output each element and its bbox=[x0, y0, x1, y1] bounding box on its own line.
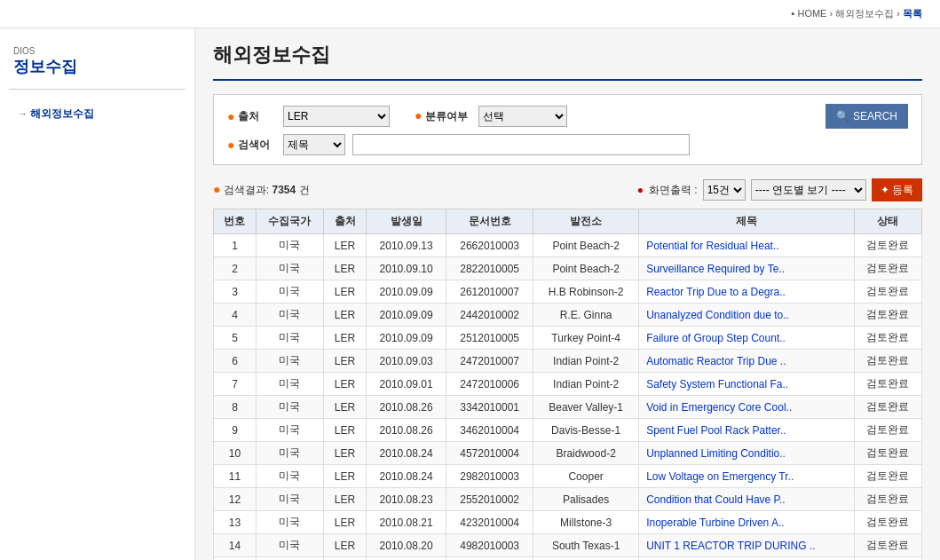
title-link[interactable]: Automatic Reactor Trip Due .. bbox=[646, 355, 786, 367]
cell-status: 검토완료 bbox=[854, 534, 921, 557]
cell-title[interactable]: Safety System Functional Fa.. bbox=[639, 373, 855, 396]
cell-source: LER bbox=[324, 234, 367, 257]
cell-title[interactable]: Spent Fuel Pool Rack Patter.. bbox=[639, 419, 855, 442]
search-row-source: ● 출처 LER ● 분류여부 선택 🔍 SEARCH bbox=[227, 104, 908, 129]
cell-no: 14 bbox=[214, 534, 257, 557]
cell-source: LER bbox=[324, 511, 367, 534]
cell-plant: Point Beach-2 bbox=[533, 234, 639, 257]
cell-country: 미국 bbox=[256, 465, 323, 488]
cell-title[interactable]: Low Voltage on Emergency Tr.. bbox=[639, 465, 855, 488]
cell-docno: 2822010005 bbox=[446, 257, 533, 280]
count-value: 7354 bbox=[273, 184, 296, 196]
cell-date: 2010.09.09 bbox=[366, 304, 446, 327]
cell-docno: 2982010003 bbox=[446, 465, 533, 488]
cell-no: 7 bbox=[214, 373, 257, 396]
cell-source: LER bbox=[324, 396, 367, 419]
title-link[interactable]: Low Voltage on Emergency Tr.. bbox=[646, 470, 794, 483]
cell-plant: R.E. Ginna bbox=[533, 304, 639, 327]
page-title: 해외정보수집 bbox=[213, 42, 922, 81]
class-label: ● 분류여부 bbox=[415, 108, 471, 124]
keyword-input[interactable] bbox=[352, 134, 690, 155]
title-link[interactable]: Inoperable Turbine Driven A.. bbox=[646, 517, 784, 529]
main-content: 해외정보수집 ● 출처 LER ● 분류여부 선택 🔍 bbox=[195, 28, 940, 560]
search-button[interactable]: 🔍 SEARCH bbox=[825, 104, 908, 129]
overseas-link[interactable]: 해외정보수집 bbox=[30, 107, 94, 120]
title-link[interactable]: Condition that Could Have P.. bbox=[646, 493, 786, 506]
table-row: 14 미국 LER 2010.08.20 4982010003 South Te… bbox=[214, 534, 922, 557]
title-link[interactable]: UNIT 1 REACTOR TRIP DURING .. bbox=[646, 540, 815, 552]
cell-no: 3 bbox=[214, 280, 257, 304]
title-link[interactable]: Spent Fuel Pool Rack Patter.. bbox=[646, 424, 786, 437]
source-select[interactable]: LER bbox=[283, 106, 390, 127]
title-link[interactable]: Potential for Residual Heat.. bbox=[646, 240, 778, 252]
cell-date: 2010.08.26 bbox=[366, 396, 446, 419]
current-page-label: 목록 bbox=[903, 8, 922, 19]
cell-plant: Braidwood-2 bbox=[533, 442, 639, 465]
col-status: 상태 bbox=[854, 209, 921, 234]
cell-status: 검토완료 bbox=[854, 373, 921, 396]
title-link[interactable]: Unanalyzed Condition due to.. bbox=[646, 309, 789, 321]
keyword-label: ● 검색어 bbox=[227, 138, 276, 153]
title-link[interactable]: Void in Emergency Core Cool.. bbox=[646, 401, 792, 414]
cell-no: 2 bbox=[214, 257, 257, 280]
cell-docno: 2512010005 bbox=[446, 327, 533, 350]
cell-source: LER bbox=[324, 373, 367, 396]
table-row: 13 미국 LER 2010.08.21 4232010004 Millston… bbox=[214, 511, 922, 534]
sidebar-item-overseas[interactable]: 해외정보수집 bbox=[0, 101, 194, 127]
cell-title[interactable]: Void in Emergency Core Cool.. bbox=[639, 396, 855, 419]
cell-docno: 3462010004 bbox=[446, 419, 533, 442]
reg-icon: ✦ bbox=[881, 184, 889, 196]
cell-title[interactable]: Potential for Residual Heat.. bbox=[639, 234, 855, 257]
table-row: 5 미국 LER 2010.09.09 2512010005 Turkey Po… bbox=[214, 327, 922, 350]
cell-title[interactable]: Unit 2 Manual Reactor Scram.. bbox=[639, 557, 855, 561]
title-link[interactable]: Safety System Functional Fa.. bbox=[646, 378, 788, 390]
register-button[interactable]: ✦ 등록 bbox=[872, 178, 922, 201]
sidebar: DIOS 정보수집 해외정보수집 bbox=[0, 28, 195, 560]
cell-docno: 2472010007 bbox=[446, 350, 533, 373]
cell-title[interactable]: Unanalyzed Condition due to.. bbox=[639, 304, 855, 327]
cell-status: 검토완료 bbox=[854, 350, 921, 373]
table-row: 7 미국 LER 2010.09.01 2472010006 Indian Po… bbox=[214, 373, 922, 396]
cell-country: 미국 bbox=[256, 442, 323, 465]
title-link[interactable]: Reactor Trip Due to a Degra.. bbox=[646, 286, 786, 298]
display-count-select[interactable]: 15건 bbox=[703, 179, 746, 201]
cell-date: 2010.09.09 bbox=[366, 280, 446, 304]
cell-title[interactable]: Failure of Group Step Count.. bbox=[639, 327, 855, 350]
title-link[interactable]: Surveillance Required by Te.. bbox=[646, 263, 785, 275]
cell-country: 미국 bbox=[256, 557, 323, 561]
col-plant: 발전소 bbox=[533, 209, 639, 234]
cell-title[interactable]: UNIT 1 REACTOR TRIP DURING .. bbox=[639, 534, 855, 557]
table-row: 11 미국 LER 2010.08.24 2982010003 Cooper L… bbox=[214, 465, 922, 488]
sidebar-logo: DIOS 정보수집 bbox=[0, 37, 194, 82]
cell-country: 미국 bbox=[256, 534, 323, 557]
year-select[interactable]: ---- 연도별 보기 ---- bbox=[751, 179, 866, 201]
cell-source: LER bbox=[324, 442, 367, 465]
cell-title[interactable]: Condition that Could Have P.. bbox=[639, 488, 855, 511]
cell-date: 2010.08.17 bbox=[366, 557, 446, 561]
title-link[interactable]: Failure of Group Step Count.. bbox=[646, 332, 786, 344]
table-row: 8 미국 LER 2010.08.26 3342010001 Beaver Va… bbox=[214, 396, 922, 419]
cell-no: 6 bbox=[214, 350, 257, 373]
cell-plant: Quad Cities-2 bbox=[533, 557, 639, 561]
table-row: 10 미국 LER 2010.08.24 4572010004 Braidwoo… bbox=[214, 442, 922, 465]
result-options: ● 화면출력 : 15건 ---- 연도별 보기 ---- ✦ 등록 bbox=[637, 178, 922, 201]
cell-title[interactable]: Reactor Trip Due to a Degra.. bbox=[639, 280, 855, 304]
cell-source: LER bbox=[324, 280, 367, 304]
home-link[interactable]: HOME bbox=[797, 8, 826, 19]
cell-title[interactable]: Surveillance Required by Te.. bbox=[639, 257, 855, 280]
cell-no: 11 bbox=[214, 465, 257, 488]
cell-title[interactable]: Inoperable Turbine Driven A.. bbox=[639, 511, 855, 534]
cell-title[interactable]: Unplanned Limiting Conditio.. bbox=[639, 442, 855, 465]
cell-title[interactable]: Automatic Reactor Trip Due .. bbox=[639, 350, 855, 373]
cell-docno: 2472010006 bbox=[446, 373, 533, 396]
source-label: ● 출처 bbox=[227, 109, 276, 124]
cell-status: 검토완료 bbox=[854, 465, 921, 488]
cell-country: 미국 bbox=[256, 280, 323, 304]
cell-docno: 2662010003 bbox=[446, 234, 533, 257]
cell-date: 2010.08.24 bbox=[366, 442, 446, 465]
section-link[interactable]: 해외정보수집 bbox=[835, 8, 894, 19]
title-link[interactable]: Unplanned Limiting Conditio.. bbox=[646, 447, 786, 460]
keyword-type-select[interactable]: 제목 bbox=[283, 134, 345, 155]
cell-country: 미국 bbox=[256, 327, 323, 350]
class-select[interactable]: 선택 bbox=[478, 106, 567, 127]
